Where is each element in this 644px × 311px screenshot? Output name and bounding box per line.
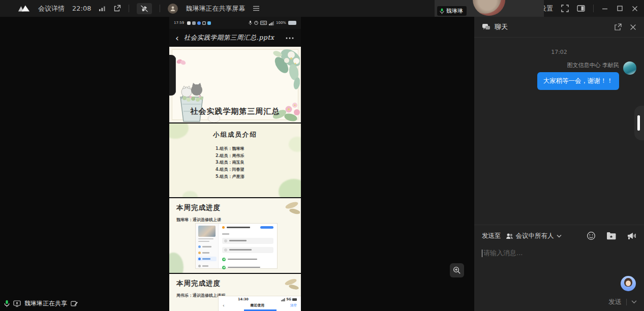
- divider: [160, 5, 160, 12]
- chat-icon: [482, 23, 490, 31]
- sharing-status-bar: 魏琳琳正在共享: [4, 299, 78, 308]
- popout-icon[interactable]: [614, 23, 622, 31]
- divider: [626, 299, 627, 305]
- meeting-window: 会议详情 22:08 魏琳琳正在共享屏幕 设置: [0, 0, 644, 311]
- phone-clock: 17:59: [174, 21, 184, 25]
- minimize-button[interactable]: [602, 6, 608, 12]
- send-button[interactable]: 发送: [608, 297, 622, 306]
- microphone-icon[interactable]: [4, 300, 10, 307]
- top-bar: 会议详情 22:08 魏琳琳正在共享屏幕 设置: [0, 0, 644, 17]
- maximize-button[interactable]: [617, 6, 623, 11]
- share-link-icon[interactable]: [113, 5, 121, 12]
- chat-message: 图文信息中心 李献民 大家稍等一会，谢谢！！: [482, 61, 636, 90]
- phone-status-bar: 17:59 HD 100%: [169, 17, 301, 29]
- member-item: 5.组员：卢星澎: [216, 173, 244, 180]
- leaf-blob-decoration: [182, 191, 198, 197]
- battery-percent: 100%: [276, 21, 286, 25]
- alarm-icon: [254, 21, 258, 25]
- member-item: 1.组长：魏琳琳: [216, 145, 244, 152]
- chevron-down-icon: [557, 234, 562, 238]
- screenshot-sidebar: [196, 224, 219, 268]
- send-to-selector[interactable]: 会议中所有人: [506, 232, 562, 240]
- annotation-disabled-button[interactable]: [137, 3, 152, 14]
- input-placeholder: 请输入消息...: [483, 248, 523, 258]
- slide-1-title: 社会实践学期第三周汇总: [169, 107, 301, 116]
- announcement-button[interactable]: [627, 232, 636, 240]
- app-badge-icon: [207, 21, 211, 25]
- presenter-avatar: [473, 0, 505, 16]
- butterfly-decoration: [176, 58, 187, 66]
- cell-signal-icon: [269, 21, 274, 25]
- zoom-in-button[interactable]: [450, 263, 464, 277]
- message-input[interactable]: 请输入消息...: [482, 248, 636, 258]
- screen-share-icon[interactable]: [13, 300, 21, 307]
- chat-compose-area: 发送至 会议中所有人 请输入消息...: [474, 225, 644, 311]
- mic-in-use-icon: [249, 20, 252, 25]
- slide-2-member-list: 1.组长：魏琳琳2.组员：周伟乐3.组员：南玉良4.组员：闫春望5.组员：卢星澎: [216, 145, 244, 180]
- sharing-banner-text: 魏琳琳正在共享屏幕: [186, 4, 245, 13]
- document-title: 社会实践学期第三周汇总.pptx: [184, 34, 274, 42]
- document-title-bar: ‹ 社会实践学期第三周汇总.pptx: [169, 29, 301, 47]
- send-to-label: 发送至: [482, 232, 501, 240]
- leaf-decoration: [277, 199, 300, 216]
- close-chat-icon[interactable]: [630, 24, 636, 30]
- slide-3-title: 本周完成进度: [176, 203, 221, 212]
- chat-panel: 聊天 17:02 图文信息中心 李献民 大家稍等一会，谢谢！！ 发送至: [474, 17, 644, 311]
- meeting-timer: 22:08: [72, 5, 91, 12]
- hd-icon: HD: [260, 21, 267, 25]
- phone-notification-icons: [187, 21, 211, 25]
- chat-message-list[interactable]: 17:02 图文信息中心 李献民 大家稍等一会，谢谢！！: [474, 38, 644, 225]
- microphone-icon: [440, 8, 444, 14]
- presenter-name: 魏琳琳: [446, 7, 463, 15]
- leaf-decoration: [279, 276, 299, 291]
- slide-3-progress[interactable]: 本周完成进度 魏琳琳：通识选修线上课: [169, 198, 301, 273]
- presenter-video-thumbnail[interactable]: 魏琳琳: [435, 0, 544, 17]
- member-item: 4.组员：闫春望: [216, 166, 244, 173]
- panel-collapse-handle[interactable]: [634, 106, 644, 140]
- app-badge-icon: [192, 21, 196, 25]
- sender-avatar[interactable]: [623, 61, 636, 75]
- magnifier-plus-icon: [453, 266, 461, 274]
- send-to-value: 会议中所有人: [516, 232, 554, 240]
- divider: [129, 5, 129, 12]
- file-button[interactable]: [606, 232, 616, 240]
- people-icon: [506, 233, 513, 239]
- more-options-icon[interactable]: [286, 37, 294, 39]
- back-icon[interactable]: ‹: [175, 35, 179, 42]
- cell-signal-icon: [281, 298, 285, 301]
- network-label: 5G: [286, 297, 291, 301]
- leaf-blob-decoration: [279, 179, 301, 197]
- screenshot-nav-title: 最近使用: [225, 303, 290, 308]
- slide-3-subtitle: 魏琳琳：通识选修线上课: [176, 217, 221, 223]
- app-badge-icon: [202, 21, 206, 25]
- app-badge-icon: [187, 21, 191, 25]
- course-thumbnail: [198, 226, 216, 237]
- slide-1-cover[interactable]: 社会实践学期第三周汇总: [169, 47, 301, 122]
- phone-side-handle[interactable]: [169, 55, 176, 96]
- battery-icon: [288, 21, 296, 25]
- screenshot-content: [219, 224, 277, 268]
- send-options-chevron-icon[interactable]: [631, 300, 637, 304]
- check-icon: [222, 266, 226, 269]
- annotation-pen-icon[interactable]: [71, 300, 78, 307]
- self-avatar[interactable]: [621, 276, 636, 291]
- close-button[interactable]: [632, 6, 638, 12]
- shared-screen: 17:59 HD 100% ‹ 社会实践学期第三周汇总.pptx: [169, 17, 301, 311]
- emoji-button[interactable]: [587, 231, 596, 240]
- battery-icon: [292, 298, 297, 301]
- network-signal-icon[interactable]: [99, 6, 106, 12]
- slide-2-members[interactable]: 小组成员介绍 1.组长：魏琳琳2.组员：周伟乐3.组员：南玉良4.组员：闫春望5…: [169, 123, 301, 197]
- fullscreen-button[interactable]: [561, 5, 569, 12]
- message-sender: 图文信息中心 李献民: [567, 61, 620, 69]
- layout-toggle-button[interactable]: [577, 5, 585, 12]
- message-bubble[interactable]: 大家稍等一会，谢谢！！: [537, 72, 620, 90]
- floral-corner-decoration: [257, 48, 300, 95]
- phone-app-screenshot: 14:30 5G ‹ 最近使用 清空: [219, 296, 301, 311]
- meeting-detail-button[interactable]: 会议详情: [38, 4, 65, 13]
- app-badge-icon: [197, 21, 201, 25]
- screenshot-clock: 14:30: [238, 297, 249, 301]
- check-icon: [222, 258, 226, 261]
- slide-4-progress[interactable]: 本周完成进度 周伟乐：通识选修线上课程 14:30 5G ‹ 最近使用 清空: [169, 274, 301, 311]
- divider: [593, 5, 594, 12]
- hamburger-menu-icon[interactable]: [253, 6, 260, 11]
